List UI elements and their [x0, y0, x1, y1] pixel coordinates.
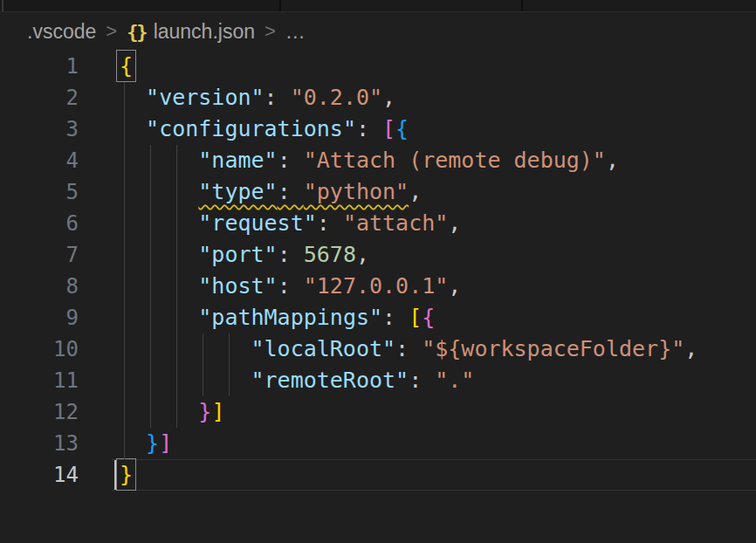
tab-segment[interactable]: [523, 0, 756, 11]
code-token: ,: [684, 336, 698, 361]
code-line[interactable]: 14}: [0, 459, 756, 491]
code-line[interactable]: 11 "remoteRoot": ".": [0, 365, 756, 396]
code-token: ,: [448, 210, 461, 236]
code-token: "port": [198, 242, 277, 267]
code-token: }: [120, 462, 133, 487]
code-token: 5678: [304, 242, 356, 267]
chevron-right-icon: >: [105, 20, 118, 43]
indent-guide: [203, 333, 203, 396]
breadcrumb-item[interactable]: {}launch.json: [127, 20, 255, 44]
code-token: "attach": [343, 210, 448, 236]
code-text[interactable]: }]: [112, 428, 756, 459]
code-line[interactable]: 8 "host": "127.0.0.1",: [0, 271, 756, 302]
code-token: ".": [435, 368, 474, 393]
breadcrumb-item[interactable]: .vscode: [27, 20, 96, 44]
vscode-window: { "window": { "background": "#1f1f1f" },…: [0, 0, 756, 543]
indent-guide: [229, 333, 230, 396]
code-token: "name": [198, 148, 277, 173]
breadcrumb: .vscode>{}launch.json>…: [0, 12, 756, 51]
code-token-warning: "python": [304, 179, 409, 204]
code-text[interactable]: {: [112, 51, 756, 82]
line-number[interactable]: 4: [0, 145, 112, 176]
line-number[interactable]: 14: [0, 459, 112, 491]
json-object-icon: {}: [127, 21, 147, 43]
line-number[interactable]: 1: [0, 51, 112, 82]
code-token: {: [120, 53, 133, 79]
code-text[interactable]: "remoteRoot": ".": [112, 365, 756, 396]
code-line[interactable]: 6 "request": "attach",: [0, 208, 756, 239]
code-token: [: [409, 305, 422, 330]
line-number[interactable]: 6: [0, 208, 112, 239]
code-token: "pathMappings": [198, 305, 382, 330]
code-token: :: [395, 336, 422, 361]
code-line[interactable]: 7 "port": 5678,: [0, 239, 756, 271]
code-token-warning: :: [278, 179, 304, 204]
code-token: "remoteRoot": [251, 368, 409, 393]
code-token: "host": [198, 273, 277, 299]
code-token: "${workspaceFolder}": [422, 336, 684, 361]
code-token: ]: [159, 430, 172, 456]
code-token: :: [265, 85, 291, 110]
code-line[interactable]: 10 "localRoot": "${workspaceFolder}",: [0, 333, 756, 365]
code-token-warning: "type": [198, 179, 277, 204]
chevron-right-icon: >: [264, 20, 277, 43]
code-token: ,: [382, 85, 395, 110]
code-token: ,: [606, 148, 619, 173]
code-text[interactable]: "pathMappings": [{: [112, 302, 756, 333]
code-line[interactable]: 9 "pathMappings": [{: [0, 302, 756, 333]
code-token: {: [395, 116, 409, 141]
code-line[interactable]: 2 "version": "0.2.0",: [0, 82, 756, 113]
code-line[interactable]: 5 "type": "python",: [0, 176, 756, 208]
line-number[interactable]: 9: [0, 302, 112, 333]
code-text[interactable]: "version": "0.2.0",: [112, 82, 756, 113]
editor-pane[interactable]: 1{2 "version": "0.2.0",3 "configurations…: [0, 51, 756, 543]
code-token: :: [356, 116, 382, 141]
code-line[interactable]: 13 }]: [0, 428, 756, 459]
breadcrumb-label: .vscode: [27, 20, 96, 44]
tab-bar: [0, 0, 756, 12]
code-text[interactable]: "configurations": [{: [112, 113, 756, 145]
line-number[interactable]: 2: [0, 82, 112, 113]
code-text[interactable]: "type": "python",: [112, 176, 756, 208]
code-token: "request": [198, 210, 316, 236]
indent-guide: [150, 145, 151, 428]
code-token: ,: [448, 273, 461, 299]
code-text[interactable]: }]: [112, 396, 756, 428]
code-token: :: [317, 210, 343, 236]
line-number[interactable]: 13: [0, 428, 112, 459]
text-cursor: [114, 460, 116, 490]
line-number[interactable]: 3: [0, 113, 112, 145]
line-number[interactable]: 5: [0, 176, 112, 208]
line-number[interactable]: 8: [0, 271, 112, 302]
code-token: "version": [146, 85, 264, 110]
code-token: :: [278, 148, 304, 173]
tab-segment[interactable]: [281, 0, 523, 11]
code-token: }: [198, 399, 211, 424]
code-token: "configurations": [146, 116, 356, 141]
code-text[interactable]: "name": "Attach (remote debug)",: [112, 145, 756, 176]
code-token: ]: [211, 399, 224, 424]
code-text[interactable]: "localRoot": "${workspaceFolder}",: [112, 333, 756, 365]
line-number[interactable]: 12: [0, 396, 112, 428]
code-text[interactable]: "request": "attach",: [112, 208, 756, 239]
code-line[interactable]: 12 }]: [0, 396, 756, 428]
breadcrumb-item[interactable]: …: [285, 20, 306, 44]
code-token: {: [422, 305, 435, 330]
code-token: "Attach (remote debug)": [304, 148, 606, 173]
line-number[interactable]: 7: [0, 239, 112, 271]
code-token: :: [278, 242, 304, 267]
code-text[interactable]: }: [112, 459, 756, 491]
code-line[interactable]: 3 "configurations": [{: [0, 113, 756, 145]
line-number[interactable]: 11: [0, 365, 112, 396]
code-token: ,: [409, 179, 422, 204]
tab-segment[interactable]: [0, 0, 281, 11]
code-text[interactable]: "port": 5678,: [112, 239, 756, 271]
code-line[interactable]: 1{: [0, 51, 756, 82]
code-token: "0.2.0": [291, 85, 382, 110]
line-number[interactable]: 10: [0, 333, 112, 365]
code-line[interactable]: 4 "name": "Attach (remote debug)",: [0, 145, 756, 176]
code-token: :: [409, 368, 435, 393]
breadcrumb-label: launch.json: [154, 20, 255, 44]
code-token: ,: [356, 242, 369, 267]
code-text[interactable]: "host": "127.0.0.1",: [112, 271, 756, 302]
